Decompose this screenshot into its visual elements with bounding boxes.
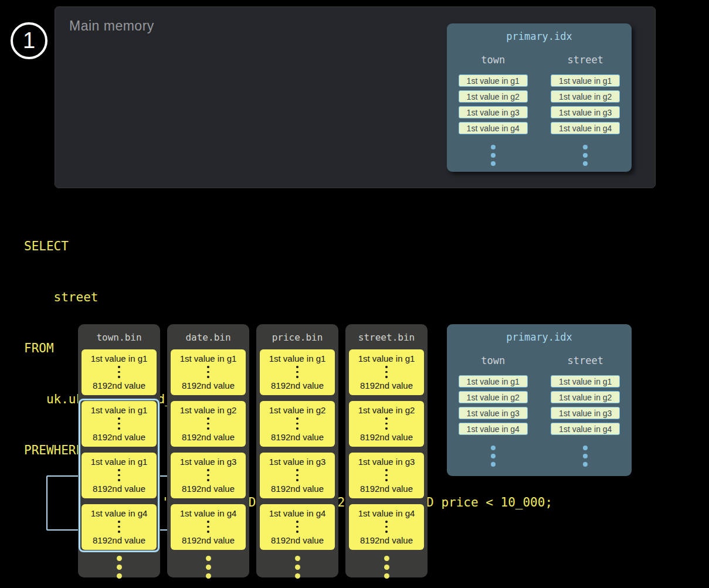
granule-first-value: 1st value in g1 <box>91 457 148 467</box>
vertical-ellipsis-icon <box>583 446 588 467</box>
granule-first-value: 1st value in g2 <box>180 405 237 415</box>
bin-title: street.bin <box>345 332 428 343</box>
granule-first-value: 1st value in g3 <box>180 457 237 467</box>
granule-last-value: 8192nd value <box>93 535 145 545</box>
index-entry: 1st value in g1 <box>551 375 620 388</box>
vertical-ellipsis-icon <box>385 469 388 481</box>
granule-card: 1st value in g4 8192nd value <box>349 504 424 550</box>
index-column-street: street 1st value in g1 1st value in g2 1… <box>540 45 632 166</box>
granule-card: 1st value in g4 8192nd value <box>260 504 335 550</box>
granule-card: 1st value in g1 8192nd value <box>349 349 424 395</box>
index-entry: 1st value in g3 <box>551 106 620 118</box>
vertical-ellipsis-icon <box>207 417 209 430</box>
vertical-ellipsis-icon <box>583 145 588 166</box>
granule-last-value: 8192nd value <box>93 380 145 390</box>
vertical-ellipsis-icon <box>118 417 120 430</box>
granule-last-value: 8192nd value <box>182 432 235 442</box>
index-entry: 1st value in g3 <box>551 407 620 419</box>
vertical-ellipsis-icon <box>296 366 298 378</box>
granule-first-value: 1st value in g4 <box>91 508 148 518</box>
vertical-ellipsis-icon <box>345 556 428 579</box>
primary-idx-columns: town 1st value in g1 1st value in g2 1st… <box>447 345 632 467</box>
index-column-header: town <box>481 355 505 366</box>
index-entry: 1st value in g4 <box>551 423 620 435</box>
granule-last-value: 8192nd value <box>182 380 235 390</box>
bin-column-date: date.bin 1st value in g1 8192nd value 1s… <box>167 324 249 577</box>
index-column-header: town <box>481 54 505 66</box>
granule-card: 1st value in g1 8192nd value <box>260 349 335 395</box>
bin-title: price.bin <box>256 332 338 343</box>
vertical-ellipsis-icon <box>385 366 388 378</box>
granule-last-value: 8192nd value <box>360 484 413 494</box>
granule-last-value: 8192nd value <box>360 535 413 545</box>
granule-last-value: 8192nd value <box>360 432 413 442</box>
index-column-header: street <box>568 54 603 66</box>
bin-column-price: price.bin 1st value in g1 8192nd value 1… <box>256 324 338 577</box>
granule-last-value: 8192nd value <box>360 380 413 390</box>
sql-where-indent <box>24 494 46 511</box>
index-entry: 1st value in g4 <box>459 122 528 134</box>
sql-line: SELECT <box>24 238 552 255</box>
granule-first-value: 1st value in g1 <box>180 354 237 363</box>
step-number: 1 <box>23 28 35 53</box>
granule-card: 1st value in g3 8192nd value <box>349 453 424 498</box>
vertical-ellipsis-icon <box>385 417 388 430</box>
granule-card: 1st value in g4 8192nd value <box>82 504 157 550</box>
index-column-header: street <box>568 355 603 366</box>
granule-card: 1st value in g2 8192nd value <box>260 401 335 447</box>
primary-idx-title: primary.idx <box>447 331 632 343</box>
granule-first-value: 1st value in g4 <box>358 508 415 518</box>
vertical-ellipsis-icon <box>207 521 209 533</box>
granule-card: 1st value in g3 8192nd value <box>260 453 335 498</box>
index-column-town: town 1st value in g1 1st value in g2 1st… <box>447 345 540 467</box>
granule-last-value: 8192nd value <box>271 484 324 494</box>
vertical-ellipsis-icon <box>256 556 338 579</box>
bin-column-street: street.bin 1st value in g1 8192nd value … <box>345 324 428 577</box>
granule-first-value: 1st value in g4 <box>269 508 326 518</box>
granule-first-value: 1st value in g2 <box>358 405 415 415</box>
granule-card: 1st value in g4 8192nd value <box>171 504 246 550</box>
vertical-ellipsis-icon <box>385 521 388 533</box>
granule-last-value: 8192nd value <box>182 484 235 494</box>
index-entry: 1st value in g3 <box>459 106 528 118</box>
index-entry: 1st value in g2 <box>551 90 620 103</box>
index-entry: 1st value in g1 <box>459 375 528 388</box>
index-column-town: town 1st value in g1 1st value in g2 1st… <box>447 45 540 166</box>
step-number-badge: 1 <box>11 22 48 59</box>
granule-last-value: 8192nd value <box>93 432 145 442</box>
vertical-ellipsis-icon <box>118 521 120 533</box>
diagram-stage: 1 Main memory primary.idx town 1st value… <box>0 0 709 588</box>
vertical-ellipsis-icon <box>296 521 298 533</box>
granule-card: 1st value in g1 8192nd value <box>171 349 246 395</box>
vertical-ellipsis-icon <box>296 469 298 481</box>
index-entry: 1st value in g3 <box>459 407 528 419</box>
granule-first-value: 1st value in g3 <box>269 457 326 467</box>
granule-last-value: 8192nd value <box>182 535 235 545</box>
vertical-ellipsis-icon <box>167 556 249 579</box>
granule-card: 1st value in g3 8192nd value <box>171 453 246 498</box>
index-entry: 1st value in g2 <box>459 391 528 403</box>
granule-last-value: 8192nd value <box>271 432 324 442</box>
granule-first-value: 1st value in g1 <box>358 354 415 363</box>
main-memory-title: Main memory <box>69 18 154 34</box>
vertical-ellipsis-icon <box>207 469 209 481</box>
vertical-ellipsis-icon <box>118 469 120 481</box>
granule-card: 1st value in g2 8192nd value <box>349 401 424 447</box>
granule-last-value: 8192nd value <box>271 380 324 390</box>
vertical-ellipsis-icon <box>296 417 298 430</box>
granule-last-value: 8192nd value <box>93 484 145 494</box>
primary-idx-columns: town 1st value in g1 1st value in g2 1st… <box>447 45 632 166</box>
index-entry: 1st value in g4 <box>551 122 620 134</box>
index-entry: 1st value in g4 <box>459 423 528 435</box>
granule-card: 1st value in g2 8192nd value <box>171 401 246 447</box>
granule-card: 1st value in g1 8192nd value <box>82 453 157 498</box>
vertical-ellipsis-icon <box>491 446 496 467</box>
vertical-ellipsis-icon <box>78 556 160 579</box>
granule-card: 1st value in g1 8192nd value <box>82 349 157 395</box>
primary-idx-title: primary.idx <box>447 30 632 42</box>
granule-first-value: 1st value in g2 <box>269 405 326 415</box>
granule-first-value: 1st value in g3 <box>358 457 415 467</box>
index-column-street: street 1st value in g1 1st value in g2 1… <box>540 345 632 467</box>
vertical-ellipsis-icon <box>118 366 120 378</box>
index-entry: 1st value in g1 <box>551 74 620 87</box>
